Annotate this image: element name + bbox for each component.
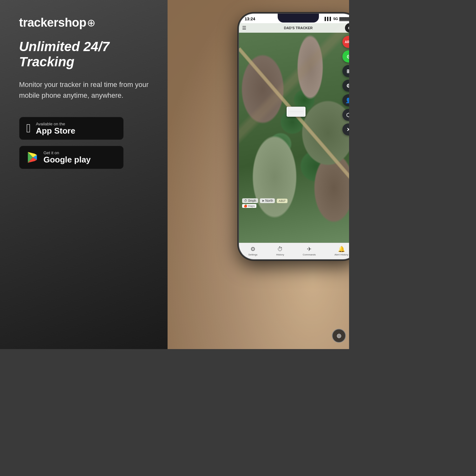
page-container: trackershop ⊕ Unlimited 24/7Tracking Mon… [0, 0, 349, 349]
compass-bottom-icon: ⊕ [336, 332, 342, 340]
phone-notch [278, 14, 319, 23]
speed-badge: ⏱ 0mph [242, 198, 258, 203]
nav-commands[interactable]: ✈ Commands [303, 246, 316, 256]
logo-text: trackershop [19, 16, 86, 30]
google-play-main-text: Google play [43, 155, 91, 164]
person-icon: 👤 [345, 97, 349, 103]
alert-nav-icon: 🔔 [338, 246, 345, 253]
road-badge: A317 [277, 199, 287, 203]
nav-settings[interactable]: ⚙ Settings [248, 246, 257, 256]
alert-nav-label: Alert History [334, 253, 348, 256]
share-icon: ⬡ [346, 112, 349, 118]
map-fab-container: ARM ⊙ ⊞ ⚙ 👤 [342, 36, 349, 136]
status-icons: ▌▌▌ 5G ▓▓▓▓░ [325, 17, 349, 21]
close-icon: ✕ [347, 127, 349, 133]
status-time: 13:24 [245, 17, 255, 21]
settings-nav-label: Settings [248, 253, 257, 256]
maps-label: 🍎 Maps [242, 204, 256, 208]
close-fab[interactable]: ✕ [342, 123, 349, 136]
history-nav-icon: ⏱ [277, 246, 283, 253]
arm-button[interactable]: ARM [342, 36, 349, 48]
compass-direction-icon: ➤ [262, 199, 264, 202]
left-panel: trackershop ⊕ Unlimited 24/7Tracking Mon… [0, 0, 168, 349]
logo: trackershop ⊕ [19, 16, 155, 30]
nav-alert-history[interactable]: 🔔 Alert History [334, 246, 348, 256]
tracker-header-bar: ☰ DAD'S TRACKER ⊕ [239, 23, 349, 33]
share-fab[interactable]: ⬡ [342, 109, 349, 121]
settings-fab[interactable]: ⚙ [342, 80, 349, 92]
settings-icon: ⚙ [346, 83, 349, 89]
speed-value: 0mph [248, 199, 256, 202]
map-area: ☰ DAD'S TRACKER ⊕ [239, 23, 349, 243]
logo-icon: ⊕ [87, 17, 96, 29]
settings-nav-icon: ⚙ [250, 246, 255, 253]
tracker-name: DAD'S TRACKER [284, 26, 313, 30]
road-name: A317 [279, 199, 285, 202]
location-icon: ⊙ [347, 54, 349, 60]
location-fab[interactable]: ⊙ [342, 50, 349, 63]
signal-bars-icon: ▌▌▌ [325, 17, 332, 21]
layers-fab[interactable]: ⊞ [342, 65, 349, 77]
phone-frame: 13:24 ▌▌▌ 5G ▓▓▓▓░ [238, 13, 349, 260]
bottom-compass-button[interactable]: ⊕ [332, 329, 346, 343]
battery-icon: ▓▓▓▓░ [339, 17, 349, 21]
speed-bar: ⏱ 0mph ➤ North A317 � [242, 198, 340, 208]
history-nav-label: History [276, 253, 284, 256]
google-play-text-wrap: Get it on Google play [43, 150, 91, 164]
hamburger-icon[interactable]: ☰ [242, 25, 246, 30]
app-store-badge[interactable]:  Available on the App Store [19, 117, 124, 140]
apple-icon:  [26, 122, 31, 135]
person-fab[interactable]: 👤 [342, 94, 349, 106]
bottom-nav: ⚙ Settings ⏱ History ✈ Commands 🔔 Alert … [239, 243, 349, 259]
google-play-top-text: Get it on [43, 150, 91, 155]
nav-history[interactable]: ⏱ History [276, 246, 284, 256]
phone-mockup: 13:24 ▌▌▌ 5G ▓▓▓▓░ [238, 13, 349, 260]
google-play-badge[interactable]: Get it on Google play [19, 146, 124, 169]
right-panel: 13:24 ▌▌▌ 5G ▓▓▓▓░ [168, 0, 349, 349]
speed-row: ⏱ 0mph ➤ North A317 [242, 198, 340, 203]
layers-icon: ⊞ [347, 68, 349, 74]
commands-nav-icon: ✈ [307, 246, 312, 253]
tracker-vehicle-icon [287, 107, 306, 117]
compass-icon[interactable]: ⊕ [345, 23, 349, 33]
app-store-main-text: App Store [36, 126, 75, 136]
google-play-icon [26, 151, 38, 163]
map-satellite-layer [239, 23, 349, 243]
network-type: 5G [333, 17, 338, 21]
speed-icon: ⏱ [244, 199, 247, 202]
app-store-top-text: Available on the [36, 122, 75, 126]
apple-maps-icon: 🍎 [244, 204, 247, 208]
subtext: Monitor your tracker in real time from y… [19, 79, 155, 101]
commands-nav-label: Commands [303, 253, 316, 256]
app-store-text-wrap: Available on the App Store [36, 122, 75, 136]
direction-badge: ➤ North [260, 198, 275, 203]
headline: Unlimited 24/7Tracking [19, 39, 155, 70]
direction-value: North [265, 199, 273, 202]
